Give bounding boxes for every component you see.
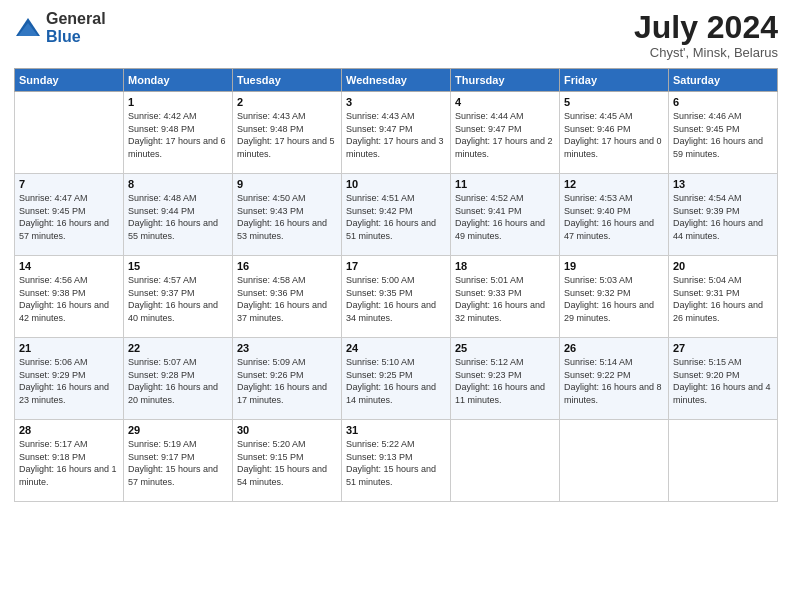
day-cell: 14Sunrise: 4:56 AMSunset: 9:38 PMDayligh… bbox=[15, 256, 124, 338]
day-cell: 21Sunrise: 5:06 AMSunset: 9:29 PMDayligh… bbox=[15, 338, 124, 420]
day-number: 27 bbox=[673, 342, 773, 354]
day-cell: 3Sunrise: 4:43 AMSunset: 9:47 PMDaylight… bbox=[342, 92, 451, 174]
day-cell: 12Sunrise: 4:53 AMSunset: 9:40 PMDayligh… bbox=[560, 174, 669, 256]
day-info: Sunrise: 4:46 AMSunset: 9:45 PMDaylight:… bbox=[673, 110, 773, 160]
day-info: Sunrise: 5:14 AMSunset: 9:22 PMDaylight:… bbox=[564, 356, 664, 406]
day-number: 26 bbox=[564, 342, 664, 354]
day-cell: 16Sunrise: 4:58 AMSunset: 9:36 PMDayligh… bbox=[233, 256, 342, 338]
day-info: Sunrise: 4:56 AMSunset: 9:38 PMDaylight:… bbox=[19, 274, 119, 324]
day-cell: 10Sunrise: 4:51 AMSunset: 9:42 PMDayligh… bbox=[342, 174, 451, 256]
day-info: Sunrise: 4:52 AMSunset: 9:41 PMDaylight:… bbox=[455, 192, 555, 242]
col-header-thursday: Thursday bbox=[451, 69, 560, 92]
header: General Blue July 2024 Chyst', Minsk, Be… bbox=[14, 10, 778, 60]
day-cell: 24Sunrise: 5:10 AMSunset: 9:25 PMDayligh… bbox=[342, 338, 451, 420]
day-number: 22 bbox=[128, 342, 228, 354]
week-row-3: 14Sunrise: 4:56 AMSunset: 9:38 PMDayligh… bbox=[15, 256, 778, 338]
day-info: Sunrise: 5:04 AMSunset: 9:31 PMDaylight:… bbox=[673, 274, 773, 324]
day-number: 25 bbox=[455, 342, 555, 354]
day-cell: 17Sunrise: 5:00 AMSunset: 9:35 PMDayligh… bbox=[342, 256, 451, 338]
day-number: 1 bbox=[128, 96, 228, 108]
day-info: Sunrise: 4:43 AMSunset: 9:48 PMDaylight:… bbox=[237, 110, 337, 160]
day-cell: 23Sunrise: 5:09 AMSunset: 9:26 PMDayligh… bbox=[233, 338, 342, 420]
day-info: Sunrise: 5:01 AMSunset: 9:33 PMDaylight:… bbox=[455, 274, 555, 324]
day-cell: 19Sunrise: 5:03 AMSunset: 9:32 PMDayligh… bbox=[560, 256, 669, 338]
day-number: 5 bbox=[564, 96, 664, 108]
day-cell: 26Sunrise: 5:14 AMSunset: 9:22 PMDayligh… bbox=[560, 338, 669, 420]
day-info: Sunrise: 4:51 AMSunset: 9:42 PMDaylight:… bbox=[346, 192, 446, 242]
day-number: 4 bbox=[455, 96, 555, 108]
day-cell: 6Sunrise: 4:46 AMSunset: 9:45 PMDaylight… bbox=[669, 92, 778, 174]
day-cell: 7Sunrise: 4:47 AMSunset: 9:45 PMDaylight… bbox=[15, 174, 124, 256]
week-row-1: 1Sunrise: 4:42 AMSunset: 9:48 PMDaylight… bbox=[15, 92, 778, 174]
col-header-friday: Friday bbox=[560, 69, 669, 92]
location-subtitle: Chyst', Minsk, Belarus bbox=[634, 45, 778, 60]
day-cell: 27Sunrise: 5:15 AMSunset: 9:20 PMDayligh… bbox=[669, 338, 778, 420]
day-number: 7 bbox=[19, 178, 119, 190]
col-header-saturday: Saturday bbox=[669, 69, 778, 92]
day-number: 2 bbox=[237, 96, 337, 108]
day-cell: 5Sunrise: 4:45 AMSunset: 9:46 PMDaylight… bbox=[560, 92, 669, 174]
day-info: Sunrise: 4:57 AMSunset: 9:37 PMDaylight:… bbox=[128, 274, 228, 324]
day-info: Sunrise: 5:22 AMSunset: 9:13 PMDaylight:… bbox=[346, 438, 446, 488]
day-info: Sunrise: 5:12 AMSunset: 9:23 PMDaylight:… bbox=[455, 356, 555, 406]
day-cell: 11Sunrise: 4:52 AMSunset: 9:41 PMDayligh… bbox=[451, 174, 560, 256]
day-number: 15 bbox=[128, 260, 228, 272]
logo-blue: Blue bbox=[46, 28, 81, 45]
week-row-4: 21Sunrise: 5:06 AMSunset: 9:29 PMDayligh… bbox=[15, 338, 778, 420]
day-cell: 8Sunrise: 4:48 AMSunset: 9:44 PMDaylight… bbox=[124, 174, 233, 256]
col-header-sunday: Sunday bbox=[15, 69, 124, 92]
day-info: Sunrise: 4:53 AMSunset: 9:40 PMDaylight:… bbox=[564, 192, 664, 242]
day-number: 18 bbox=[455, 260, 555, 272]
day-info: Sunrise: 5:00 AMSunset: 9:35 PMDaylight:… bbox=[346, 274, 446, 324]
day-cell: 31Sunrise: 5:22 AMSunset: 9:13 PMDayligh… bbox=[342, 420, 451, 502]
day-cell bbox=[560, 420, 669, 502]
day-info: Sunrise: 5:19 AMSunset: 9:17 PMDaylight:… bbox=[128, 438, 228, 488]
day-cell: 15Sunrise: 4:57 AMSunset: 9:37 PMDayligh… bbox=[124, 256, 233, 338]
day-cell: 9Sunrise: 4:50 AMSunset: 9:43 PMDaylight… bbox=[233, 174, 342, 256]
col-header-wednesday: Wednesday bbox=[342, 69, 451, 92]
day-number: 10 bbox=[346, 178, 446, 190]
day-info: Sunrise: 4:50 AMSunset: 9:43 PMDaylight:… bbox=[237, 192, 337, 242]
logo-icon bbox=[14, 14, 42, 42]
week-row-2: 7Sunrise: 4:47 AMSunset: 9:45 PMDaylight… bbox=[15, 174, 778, 256]
day-cell: 28Sunrise: 5:17 AMSunset: 9:18 PMDayligh… bbox=[15, 420, 124, 502]
calendar-table: SundayMondayTuesdayWednesdayThursdayFrid… bbox=[14, 68, 778, 502]
day-cell bbox=[15, 92, 124, 174]
day-number: 12 bbox=[564, 178, 664, 190]
day-number: 21 bbox=[19, 342, 119, 354]
day-info: Sunrise: 4:44 AMSunset: 9:47 PMDaylight:… bbox=[455, 110, 555, 160]
day-number: 19 bbox=[564, 260, 664, 272]
day-info: Sunrise: 4:48 AMSunset: 9:44 PMDaylight:… bbox=[128, 192, 228, 242]
day-info: Sunrise: 5:20 AMSunset: 9:15 PMDaylight:… bbox=[237, 438, 337, 488]
logo-general: General bbox=[46, 10, 106, 27]
day-number: 11 bbox=[455, 178, 555, 190]
month-title: July 2024 bbox=[634, 10, 778, 45]
day-cell bbox=[451, 420, 560, 502]
day-cell: 18Sunrise: 5:01 AMSunset: 9:33 PMDayligh… bbox=[451, 256, 560, 338]
day-cell: 20Sunrise: 5:04 AMSunset: 9:31 PMDayligh… bbox=[669, 256, 778, 338]
day-info: Sunrise: 5:06 AMSunset: 9:29 PMDaylight:… bbox=[19, 356, 119, 406]
day-number: 28 bbox=[19, 424, 119, 436]
week-row-5: 28Sunrise: 5:17 AMSunset: 9:18 PMDayligh… bbox=[15, 420, 778, 502]
day-cell: 2Sunrise: 4:43 AMSunset: 9:48 PMDaylight… bbox=[233, 92, 342, 174]
day-number: 24 bbox=[346, 342, 446, 354]
day-cell bbox=[669, 420, 778, 502]
day-number: 14 bbox=[19, 260, 119, 272]
day-number: 17 bbox=[346, 260, 446, 272]
day-info: Sunrise: 4:43 AMSunset: 9:47 PMDaylight:… bbox=[346, 110, 446, 160]
day-info: Sunrise: 4:47 AMSunset: 9:45 PMDaylight:… bbox=[19, 192, 119, 242]
day-number: 13 bbox=[673, 178, 773, 190]
day-info: Sunrise: 5:15 AMSunset: 9:20 PMDaylight:… bbox=[673, 356, 773, 406]
day-info: Sunrise: 4:42 AMSunset: 9:48 PMDaylight:… bbox=[128, 110, 228, 160]
day-info: Sunrise: 5:09 AMSunset: 9:26 PMDaylight:… bbox=[237, 356, 337, 406]
day-info: Sunrise: 4:54 AMSunset: 9:39 PMDaylight:… bbox=[673, 192, 773, 242]
title-block: July 2024 Chyst', Minsk, Belarus bbox=[634, 10, 778, 60]
day-number: 20 bbox=[673, 260, 773, 272]
day-info: Sunrise: 4:58 AMSunset: 9:36 PMDaylight:… bbox=[237, 274, 337, 324]
day-info: Sunrise: 5:17 AMSunset: 9:18 PMDaylight:… bbox=[19, 438, 119, 488]
day-cell: 13Sunrise: 4:54 AMSunset: 9:39 PMDayligh… bbox=[669, 174, 778, 256]
day-info: Sunrise: 5:07 AMSunset: 9:28 PMDaylight:… bbox=[128, 356, 228, 406]
day-cell: 22Sunrise: 5:07 AMSunset: 9:28 PMDayligh… bbox=[124, 338, 233, 420]
day-cell: 30Sunrise: 5:20 AMSunset: 9:15 PMDayligh… bbox=[233, 420, 342, 502]
col-header-monday: Monday bbox=[124, 69, 233, 92]
